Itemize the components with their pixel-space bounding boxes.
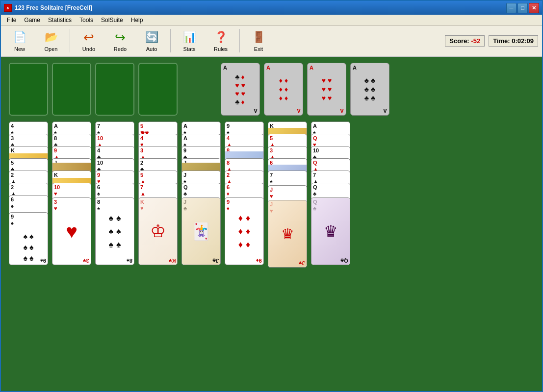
game-area: A ♣♦ ♥♥ ♥♥ ♣♦ A A ♦♦ ♦♦ ♦♦ bbox=[1, 57, 542, 391]
open-button[interactable]: 📂 Open bbox=[36, 27, 66, 54]
undo-button[interactable]: ↩ Undo bbox=[74, 27, 103, 54]
auto-label: Auto bbox=[146, 46, 157, 52]
column-2[interactable]: A♠ 8♣ 9▲ J♣ K♣ 10♥ bbox=[52, 122, 91, 259]
exit-label: Exit bbox=[254, 46, 263, 52]
auto-button[interactable]: 🔄 Auto bbox=[137, 27, 166, 54]
f2-rank: A bbox=[266, 65, 270, 71]
time-value: 0:02:09 bbox=[512, 37, 534, 45]
f3-rank-bot: A bbox=[340, 108, 344, 114]
foundation-4[interactable]: A ♣♣ ♣♣ ♣♣ A bbox=[350, 63, 389, 116]
f4-rank: A bbox=[353, 65, 357, 71]
time-label: Time: bbox=[493, 37, 510, 45]
menu-help[interactable]: Help bbox=[127, 16, 147, 24]
undo-label: Undo bbox=[82, 46, 95, 52]
f3-pips: ♥♥ ♥♥ ♥♥ bbox=[322, 77, 332, 101]
redo-label: Redo bbox=[114, 46, 127, 52]
rules-icon: ❓ bbox=[213, 29, 229, 45]
close-button[interactable]: ✕ bbox=[529, 3, 539, 13]
score-value: -52 bbox=[471, 37, 480, 45]
column-6[interactable]: 9♠ 4▲ 8♥ 8▲ 2▲ 6♦ 9♦ bbox=[225, 122, 264, 269]
menu-solsuite[interactable]: SolSuite bbox=[97, 16, 127, 24]
rules-label: Rules bbox=[214, 46, 228, 52]
col7-jack-hearts-face[interactable]: J♥ ♛ J♥ bbox=[268, 200, 307, 268]
menu-game[interactable]: Game bbox=[20, 16, 44, 24]
rules-button[interactable]: ❓ Rules bbox=[206, 27, 235, 54]
freecell-2[interactable] bbox=[52, 63, 91, 116]
top-row: A ♣♦ ♥♥ ♥♥ ♣♦ A A ♦♦ ♦♦ ♦♦ bbox=[9, 63, 534, 117]
exit-button[interactable]: 🚪 Exit bbox=[244, 27, 273, 54]
f4-rank-bot: A bbox=[383, 108, 387, 114]
f3-rank: A bbox=[310, 65, 313, 71]
menu-file[interactable]: File bbox=[3, 16, 20, 24]
freecell-zone bbox=[9, 63, 178, 117]
foundation-zone: A ♣♦ ♥♥ ♥♥ ♣♦ A A ♦♦ ♦♦ ♦♦ bbox=[221, 63, 389, 117]
column-5[interactable]: A♠ A♠ 9♣ J♠ J♠ Q♣ J♣ bbox=[181, 122, 221, 269]
freecell-1[interactable] bbox=[9, 63, 48, 116]
f1-pips: ♣♦ ♥♥ ♥♥ ♣♦ bbox=[235, 74, 245, 105]
score-time-display: Score: -52 Time: 0:02:09 bbox=[445, 35, 538, 47]
titlebar: ♠ 123 Free Solitaire [FreeCell] ─ □ ✕ bbox=[1, 1, 542, 15]
stats-button[interactable]: 📊 Stats bbox=[175, 27, 204, 54]
col3-card7[interactable]: 8♠ ♠♠♠♠♠♠ 8♠ bbox=[95, 197, 134, 265]
auto-icon: 🔄 bbox=[144, 29, 159, 45]
column-7[interactable]: K♠ K♠ 5▲ 3▲ 6♥ 7♠ J♥ bbox=[268, 122, 307, 269]
window-controls: ─ □ ✕ bbox=[506, 3, 539, 13]
col4-king-hearts[interactable]: K♥ ♔ K♥ bbox=[138, 197, 178, 265]
f1-rank-bot: A bbox=[254, 108, 258, 114]
col5-jack-clubs-face[interactable]: J♣ 🃏 J♣ bbox=[181, 197, 221, 265]
menu-tools[interactable]: Tools bbox=[76, 16, 97, 24]
new-icon: 📄 bbox=[12, 29, 27, 45]
menu-statistics[interactable]: Statistics bbox=[44, 16, 76, 24]
new-label: New bbox=[14, 46, 25, 52]
col8-queen-clubs-face[interactable]: Q♣ ♛ Q♣ bbox=[311, 197, 350, 265]
col6-nine-diamond[interactable]: 9♦ ♦♦♦♦♦♦ 9♦ bbox=[225, 197, 264, 265]
foundation-1[interactable]: A ♣♦ ♥♥ ♥♥ ♣♦ A bbox=[221, 63, 260, 116]
freecell-4[interactable] bbox=[138, 63, 178, 116]
undo-icon: ↩ bbox=[81, 29, 97, 45]
freecell-3[interactable] bbox=[95, 63, 134, 116]
f2-pips: ♦♦ ♦♦ ♦♦ bbox=[279, 77, 288, 101]
new-button[interactable]: 📄 New bbox=[5, 27, 34, 54]
column-3[interactable]: 7♠ 10▲ 4♣ 10♣ 9♥ 6♠ 8♠ bbox=[95, 122, 134, 269]
minimize-button[interactable]: ─ bbox=[506, 3, 517, 13]
column-8[interactable]: A♠ Q♥ 10♣ Q▲ 7▲ Q♣ Q♣ bbox=[311, 122, 350, 269]
sep-2 bbox=[170, 29, 171, 52]
score-label: Score: bbox=[449, 37, 469, 45]
f1-rank: A bbox=[223, 65, 227, 71]
sep-1 bbox=[70, 29, 70, 52]
redo-icon: ↪ bbox=[112, 29, 128, 45]
col1-card8[interactable]: 9♠ ♠♠♠♠♠♠ 9♠ bbox=[9, 212, 48, 265]
f4-pips: ♣♣ ♣♣ ♣♣ bbox=[364, 77, 375, 101]
redo-button[interactable]: ↪ Redo bbox=[105, 27, 135, 54]
toolbar: 📄 New 📂 Open ↩ Undo ↪ Redo 🔄 Auto 📊 Stat… bbox=[1, 25, 542, 57]
foundation-2[interactable]: A ♦♦ ♦♦ ♦♦ A bbox=[264, 63, 303, 116]
column-4[interactable]: 5♥ ♥♥ 4♥ 3▲ 2♣ 5▲ 7▲ K bbox=[138, 122, 178, 269]
stats-label: Stats bbox=[183, 46, 195, 52]
time-display: Time: 0:02:09 bbox=[489, 35, 538, 47]
main-window: ♠ 123 Free Solitaire [FreeCell] ─ □ ✕ Fi… bbox=[0, 0, 543, 392]
column-1[interactable]: 4♠ 4♠ 3♣ K♠ 5♣ 2▲ 2▲ bbox=[9, 122, 48, 259]
sep-3 bbox=[239, 29, 240, 52]
app-icon: ♠ bbox=[4, 4, 12, 12]
maximize-button[interactable]: □ bbox=[517, 3, 528, 13]
foundation-3[interactable]: A ♥♥ ♥♥ ♥♥ A bbox=[307, 63, 346, 116]
open-icon: 📂 bbox=[43, 29, 59, 45]
f2-rank-bot: A bbox=[297, 108, 301, 114]
window-title: 123 Free Solitaire [FreeCell] bbox=[15, 4, 503, 11]
score-display: Score: -52 bbox=[445, 35, 485, 47]
exit-icon: 🚪 bbox=[251, 29, 266, 45]
stats-icon: 📊 bbox=[181, 29, 197, 45]
open-label: Open bbox=[45, 46, 58, 52]
columns-row: 4♠ 4♠ 3♣ K♠ 5♣ 2▲ 2▲ bbox=[9, 122, 534, 385]
col2-card7[interactable]: 3♥ ♥ 3♥ bbox=[52, 197, 91, 265]
menubar: File Game Statistics Tools SolSuite Help bbox=[1, 15, 542, 25]
